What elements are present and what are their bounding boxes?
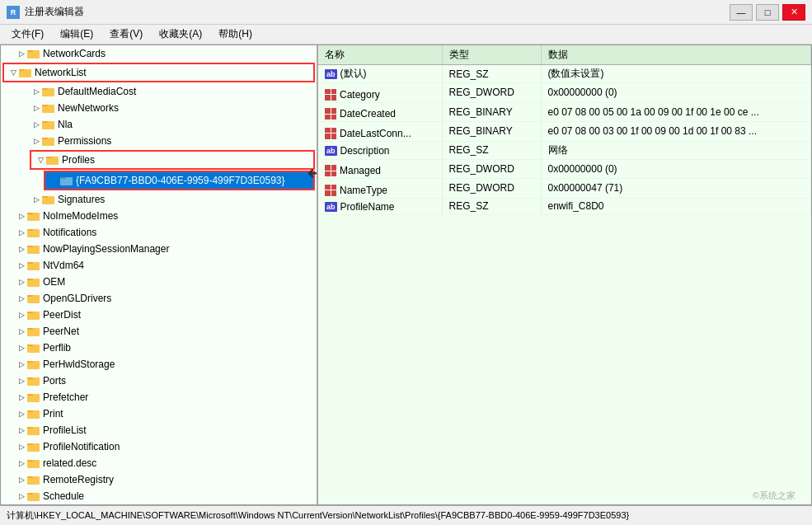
arrow-newNetworks: ▷ <box>31 102 42 114</box>
svg-rect-45 <box>27 427 33 429</box>
tree-item-print[interactable]: ▷ Print <box>1 405 317 422</box>
arrow-perflib: ▷ <box>16 342 27 354</box>
tree-label-notifications: Notifications <box>43 227 96 238</box>
menu-item-f[interactable]: 文件(F) <box>3 26 52 43</box>
tree-item-networkCards[interactable]: ▷ NetworkCards <box>1 45 317 62</box>
tree-label-perHwld: PerHwldStorage <box>43 359 115 370</box>
svg-rect-17 <box>42 196 48 198</box>
svg-rect-51 <box>27 476 33 478</box>
svg-rect-41 <box>27 394 33 396</box>
folder-icon-print <box>27 408 40 420</box>
tree-item-prefetcher[interactable]: ▷ Prefetcher <box>1 389 317 405</box>
svg-rect-25 <box>27 262 33 264</box>
table-row[interactable]: ManagedREG_DWORD0x00000000 (0) <box>318 159 811 179</box>
arrow-peerDist: ▷ <box>16 309 27 321</box>
reg-name-7: ProfileName <box>340 201 395 213</box>
menu-item-h[interactable]: 帮助(H) <box>210 26 260 43</box>
reg-data-7: enwifi_C8D0 <box>541 198 811 214</box>
tree-item-oem[interactable]: ▷ OEM <box>1 274 317 290</box>
tree-item-ntVdm64[interactable]: ▷ NtVdm64 <box>1 257 317 274</box>
tree-label-print: Print <box>43 408 63 420</box>
folder-icon-ports <box>27 375 40 387</box>
reg-data-2: e0 07 08 00 05 00 1a 00 09 00 1f 00 1e 0… <box>541 102 811 122</box>
reg-type-3: REG_BINARY <box>442 122 541 142</box>
tree-label-permissions: Permissions <box>58 135 111 147</box>
table-row[interactable]: CategoryREG_DWORD0x00000000 (0) <box>318 83 811 103</box>
tree-item-ports[interactable]: ▷ Ports <box>1 373 317 389</box>
tree-label-networkList: NetworkList <box>35 67 87 78</box>
folder-icon-perHwld <box>27 359 40 370</box>
tree-item-newNetworks[interactable]: ▷ NewNetworks <box>1 100 317 116</box>
tree-item-notifications[interactable]: ▷ Notifications <box>1 224 317 241</box>
table-row[interactable]: ab (默认)REG_SZ(数值未设置) <box>318 65 811 83</box>
tree-item-perflib[interactable]: ▷ Perflib <box>1 340 317 356</box>
arrow-noImeModels: ▷ <box>16 210 27 222</box>
tree-item-schedule[interactable]: ▷ Schedule <box>1 488 317 504</box>
tree-item-nla[interactable]: ▷ Nla <box>1 116 317 133</box>
reg-name-5: Managed <box>340 165 381 176</box>
folder-icon-networkCards <box>27 48 40 59</box>
menu-item-v[interactable]: 查看(V) <box>101 26 151 43</box>
arrow-ports: ▷ <box>16 375 27 387</box>
tree-item-relatedDesc[interactable]: ▷ related.desc <box>1 455 317 471</box>
tree-item-perHwld[interactable]: ▷ PerHwldStorage <box>1 356 317 373</box>
tree-label-openGL: OpenGLDrivers <box>43 293 111 304</box>
arrow-relatedDesc: ▷ <box>16 457 27 469</box>
arrow-peerNet: ▷ <box>16 326 27 337</box>
tree-item-profiles[interactable]: ▽ Profiles <box>31 152 313 168</box>
tree-item-networkList[interactable]: ▽ NetworkList <box>4 64 313 81</box>
table-row[interactable]: DateCreatedREG_BINARYe0 07 08 00 05 00 1… <box>318 102 811 122</box>
tree-item-noImeModels[interactable]: ▷ NoImeModeImes <box>1 208 317 224</box>
tree-item-defaultMediaCost[interactable]: ▷ DefaultMediaCost <box>1 83 317 100</box>
folder-icon-relatedDesc <box>27 457 40 469</box>
reg-name-1: Category <box>340 89 380 101</box>
reg-data-4: 网络 <box>541 141 811 159</box>
folder-icon-peerDist <box>27 309 40 321</box>
tree-label-guid: {FA9CBB77-BBD0-406E-9959-499F7D3E0593} <box>76 175 285 186</box>
tree-item-guid[interactable]: ▷ {FA9CBB77-BBD0-406E-9959-499F7D3E0593} <box>45 172 313 189</box>
folder-icon-oem <box>27 276 40 288</box>
table-row[interactable]: DateLastConn...REG_BINARYe0 07 08 00 03 … <box>318 122 811 142</box>
folder-icon-newNetworks <box>42 102 55 114</box>
menu-item-a[interactable]: 收藏夹(A) <box>151 26 210 43</box>
reg-type-0: REG_SZ <box>442 65 541 83</box>
reg-name-0: (默认) <box>340 67 367 81</box>
table-row[interactable]: NameTypeREG_DWORD0x00000047 (71) <box>318 179 811 199</box>
reg-data-6: 0x00000047 (71) <box>541 179 811 199</box>
arrow-defaultMediaCost: ▷ <box>31 86 42 97</box>
table-row[interactable]: ab ProfileNameREG_SZenwifi_C8D0 <box>318 198 811 214</box>
registry-tree[interactable]: ▷ NetworkCards ▽ NetworkList ▷ <box>1 45 318 504</box>
tree-item-peerNet[interactable]: ▷ PeerNet <box>1 323 317 340</box>
close-button[interactable]: ✕ <box>782 4 805 21</box>
arrow-nowPlaying: ▷ <box>16 243 27 255</box>
tree-label-nla: Nla <box>58 119 73 130</box>
folder-icon-nowPlaying <box>27 243 40 255</box>
tree-item-nowPlaying[interactable]: ▷ NowPlayingSessionManager <box>1 241 317 257</box>
tree-item-permissions[interactable]: ▷ Permissions <box>1 133 317 149</box>
svg-rect-5 <box>42 88 48 90</box>
arrow-nla: ▷ <box>31 119 42 130</box>
minimize-button[interactable]: — <box>730 4 753 21</box>
tree-item-peerDist[interactable]: ▷ PeerDist <box>1 307 317 323</box>
folder-icon-defaultMediaCost <box>42 86 55 97</box>
reg-name-4: Description <box>340 145 390 157</box>
tree-item-signatures[interactable]: ▷ Signatures <box>1 191 317 208</box>
svg-rect-23 <box>27 246 33 247</box>
arrow-remoteRegistry: ▷ <box>16 474 27 485</box>
menu-item-e[interactable]: 编辑(E) <box>52 26 101 43</box>
tree-label-networkCards: NetworkCards <box>43 48 106 59</box>
tree-item-remoteRegistry[interactable]: ▷ RemoteRegistry <box>1 471 317 488</box>
tree-item-openGL[interactable]: ▷ OpenGLDrivers <box>1 290 317 307</box>
tree-item-profileNotification[interactable]: ▷ ProfileNotification <box>1 438 317 455</box>
tree-label-signatures: Signatures <box>58 194 105 205</box>
tree-inner: ▷ NetworkCards ▽ NetworkList ▷ <box>1 45 317 504</box>
svg-rect-43 <box>27 410 33 412</box>
reg-data-5: 0x00000000 (0) <box>541 159 811 179</box>
tree-item-profileList[interactable]: ▷ ProfileList <box>1 422 317 438</box>
folder-icon-profiles <box>46 154 59 166</box>
table-row[interactable]: ab DescriptionREG_SZ网络 <box>318 141 811 159</box>
tree-label-peerDist: PeerDist <box>43 309 81 321</box>
arrow-ntVdm64: ▷ <box>16 260 27 271</box>
maximize-button[interactable]: □ <box>756 4 779 21</box>
arrow-signatures: ▷ <box>31 194 42 205</box>
